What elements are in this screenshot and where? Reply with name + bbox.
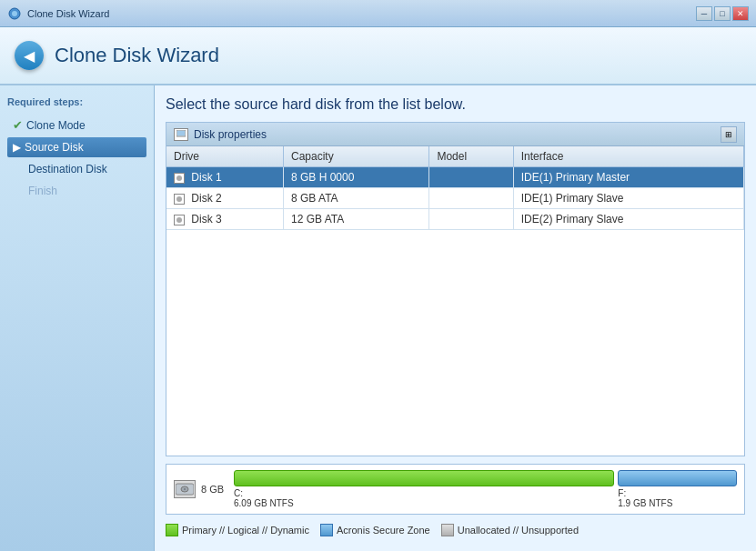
disk-properties-panel: Disk properties ⊞ Drive Capacity Model I… [166, 122, 745, 456]
window-title: Clone Disk Wizard [27, 8, 696, 19]
sidebar-destination-label: Destination Disk [28, 163, 107, 175]
legend-item-acronis: Acronis Secure Zone [320, 524, 430, 536]
partition-f-name: F: [618, 488, 626, 498]
panel-header-icon [174, 128, 188, 141]
svg-point-1 [12, 11, 17, 16]
col-drive: Drive [166, 146, 284, 167]
disk-icon-3 [174, 215, 185, 225]
table-row[interactable]: Disk 1 8 GB H 0000 IDE(1) Primary Master [166, 167, 744, 188]
legend-box-green [166, 524, 178, 536]
col-interface: Interface [513, 146, 743, 167]
svg-rect-3 [177, 131, 185, 135]
minimize-button[interactable]: ─ [696, 6, 712, 21]
drive-name-1: Disk 1 [191, 171, 221, 184]
svg-point-6 [184, 488, 186, 490]
drive-name-3: Disk 3 [191, 213, 221, 225]
legend-unallocated-label: Unallocated // Unsupported [458, 525, 579, 536]
legend-acronis-label: Acronis Secure Zone [337, 525, 430, 536]
bar-c [234, 470, 614, 486]
sidebar-item-destination-disk[interactable]: Destination Disk [7, 159, 146, 179]
back-icon: ◀ [24, 47, 35, 65]
panel-header: Disk properties ⊞ [166, 123, 744, 146]
sidebar-required-label: Required steps: [7, 96, 146, 107]
legend-box-blue [320, 524, 333, 536]
partition-f-size: 1.9 GB NTFS [618, 498, 672, 508]
check-icon: ✔ [13, 118, 23, 132]
cell-interface-1: IDE(1) Primary Master [513, 167, 743, 188]
partition-c-label: C: 6.09 GB NTFS [234, 488, 614, 508]
main-layout: Required steps: ✔ Clone Mode ▶ Source Di… [0, 85, 756, 551]
close-button[interactable]: ✕ [732, 6, 749, 21]
sidebar-source-disk-label: Source Disk [25, 141, 84, 154]
cell-capacity-1: 8 GB H 0000 [284, 167, 429, 188]
sidebar-clone-mode-label: Clone Mode [26, 119, 86, 132]
content-area: Select the source hard disk from the lis… [155, 85, 756, 551]
partition-bars: C: 6.09 GB NTFS F: 1.9 GB NTFS [234, 470, 737, 508]
disk-table: Drive Capacity Model Interface Disk 1 [166, 146, 744, 230]
cell-drive-3: Disk 3 [166, 209, 284, 230]
cell-model-2 [429, 188, 513, 209]
disk-viz-row: 8 GB C: 6.09 GB NTFS F: 1.9 GB NTFS [174, 470, 737, 508]
col-model: Model [429, 146, 513, 167]
cell-drive-1: Disk 1 [166, 167, 284, 188]
cell-model-3 [429, 209, 513, 230]
app-title: Clone Disk Wizard [55, 44, 219, 67]
cell-interface-3: IDE(2) Primary Slave [513, 209, 743, 230]
cell-model-1 [429, 167, 513, 188]
disk-icon-1 [174, 173, 185, 184]
window-controls: ─ □ ✕ [696, 6, 749, 21]
legend-item-unallocated: Unallocated // Unsupported [441, 524, 579, 536]
partition-c-name: C: [234, 488, 243, 498]
arrow-icon: ▶ [13, 141, 21, 154]
bar-f [618, 470, 737, 486]
partition-f-label: F: 1.9 GB NTFS [618, 488, 737, 508]
sidebar: Required steps: ✔ Clone Mode ▶ Source Di… [0, 85, 155, 551]
table-row[interactable]: Disk 3 12 GB ATA IDE(2) Primary Slave [166, 209, 744, 230]
partition-c-size: 6.09 GB NTFS [234, 498, 294, 508]
table-row[interactable]: Disk 2 8 GB ATA IDE(1) Primary Slave [166, 188, 744, 209]
table-header-row: Drive Capacity Model Interface [166, 146, 744, 167]
sidebar-finish-label: Finish [28, 185, 57, 197]
partition-f: F: 1.9 GB NTFS [618, 470, 737, 508]
disk-icon-2 [174, 194, 185, 205]
panel-header-title: Disk properties [194, 128, 721, 141]
legend-box-gray [441, 524, 454, 536]
panel-options-button[interactable]: ⊞ [721, 126, 737, 143]
disk-table-container: Drive Capacity Model Interface Disk 1 [166, 146, 744, 456]
cell-capacity-3: 12 GB ATA [284, 209, 429, 230]
sidebar-item-finish: Finish [7, 181, 146, 201]
drive-name-2: Disk 2 [191, 192, 221, 205]
disk-viz-icon [174, 480, 196, 498]
legend-primary-label: Primary // Logical // Dynamic [182, 525, 309, 536]
legend-item-primary: Primary // Logical // Dynamic [166, 524, 309, 536]
sidebar-item-clone-mode[interactable]: ✔ Clone Mode [7, 115, 146, 135]
partition-c: C: 6.09 GB NTFS [234, 470, 614, 508]
legend: Primary // Logical // Dynamic Acronis Se… [166, 520, 745, 540]
window-icon [7, 6, 22, 21]
cell-capacity-2: 8 GB ATA [284, 188, 429, 209]
disk-size-label: 8 GB [201, 484, 228, 495]
disk-visualization: 8 GB C: 6.09 GB NTFS F: 1.9 GB NTFS [166, 464, 745, 515]
app-header: ◀ Clone Disk Wizard [0, 27, 756, 85]
cell-interface-2: IDE(1) Primary Slave [513, 188, 743, 209]
cell-drive-2: Disk 2 [166, 188, 284, 209]
back-button[interactable]: ◀ [15, 41, 44, 70]
maximize-button[interactable]: □ [714, 6, 731, 21]
content-title: Select the source hard disk from the lis… [166, 96, 745, 113]
title-bar: Clone Disk Wizard ─ □ ✕ [0, 0, 756, 27]
sidebar-item-source-disk[interactable]: ▶ Source Disk [7, 137, 146, 157]
col-capacity: Capacity [284, 146, 429, 167]
